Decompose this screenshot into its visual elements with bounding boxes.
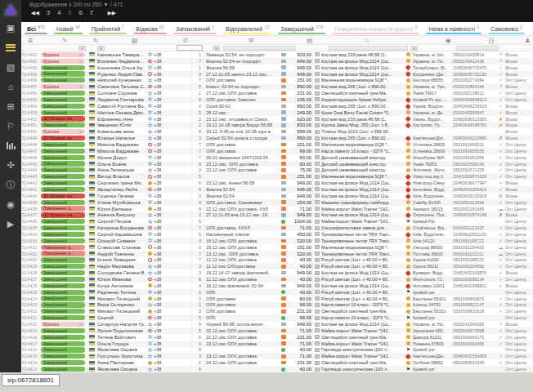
ttn-number[interactable]: 20450634220880 <box>453 135 496 141</box>
status-chip-cell[interactable]: Відмова <box>41 321 87 327</box>
product-name[interactable]: Платье Мод 1013 (1шт. х 599.00.. <box>321 128 404 135</box>
status-chip-cell[interactable]: Завершений <box>41 122 87 128</box>
order-comment[interactable]: 19.12 14-18 завтра Бордо 56-58 <box>204 122 279 128</box>
status-chip-cell[interactable]: Повернення (з.. <box>41 206 87 212</box>
table-row[interactable]: 514448 Завершений Микола Бадражан +38 7 … <box>21 141 533 148</box>
payment-column-icon[interactable]: ▤ <box>307 37 312 44</box>
order-comment[interactable]: ОЛХ доставка. ХХХЛ <box>204 225 279 231</box>
status-chip-cell[interactable]: Завершений <box>41 225 87 231</box>
dashboard-icon[interactable]: ▣ <box>0 18 21 38</box>
orders-icon[interactable] <box>0 38 21 57</box>
phone-number[interactable]: +38 <box>154 244 168 251</box>
phone-number[interactable]: +38 <box>154 270 168 276</box>
client-name[interactable]: Яковлева Оксана <box>97 347 146 354</box>
ttn-number[interactable]: 20450632551120 <box>453 231 496 238</box>
product-name[interactable]: Рисуй светом (1шт. х 40.00 = 80.. <box>321 263 404 270</box>
ttn-number[interactable]: 0501692274384 <box>453 77 496 83</box>
order-comment[interactable]: 15.12. 9:45 не отв, 10:39 горе в.. <box>204 128 279 135</box>
phone-number[interactable]: +38 <box>154 193 168 199</box>
phone-number[interactable]: +38 <box>154 109 168 116</box>
product-name[interactable]: Костюм мод.265 (1шт. х 890.00 .. <box>321 135 404 141</box>
ttn-number[interactable]: 20450636715475 <box>453 65 496 71</box>
phone-number[interactable]: +38 <box>154 186 168 193</box>
table-row[interactable]: 514420 Відмова Ситарчук Наталія Гр.. ✲ +… <box>21 321 533 327</box>
order-comment[interactable]: 23.12 смс ОЛХ доставка <box>204 341 279 347</box>
order-comment[interactable]: 09.01 звернення 10471203 04.. <box>204 154 279 161</box>
table-row[interactable]: 514442 Завершений Сергієнко Ірина Ми.. і… <box>21 180 533 186</box>
status-chip-cell[interactable]: Завершений <box>41 77 87 83</box>
phone-number[interactable]: +38 <box>154 173 168 180</box>
table-row[interactable]: 514437 ДО Возврат ож.. Анжела Безушку ✲ … <box>21 212 533 218</box>
client-name[interactable]: Николай Кучеренко <box>97 77 146 83</box>
table-row[interactable]: 514446 Завершений Ирина Дидух ✲ +38 7 09… <box>21 154 533 161</box>
info-icon[interactable]: ⓘ <box>0 175 21 194</box>
phone-number[interactable]: +38 <box>154 135 168 141</box>
ttn-number[interactable]: 0501691598240 <box>453 161 496 167</box>
phone-number[interactable]: +38 <box>154 231 168 238</box>
phone-number[interactable]: +38 <box>154 341 168 347</box>
client-name[interactable]: Руденко Лидия Пав.. <box>97 71 146 78</box>
table-row[interactable]: 514414 Завершений Анна Пастернак і +38 1… <box>21 359 533 366</box>
product-name[interactable]: Майка-корсет Waist Trainer *142.. <box>321 206 404 212</box>
table-row[interactable]: 514459 Завершений Руденко Лидия Пав.. +3… <box>21 71 533 78</box>
client-name[interactable]: Власюк Наталья <box>97 135 146 141</box>
ttn-number[interactable]: 0501690666170 <box>453 334 496 341</box>
client-name[interactable]: Анжела Безушку <box>97 212 146 218</box>
order-comment[interactable]: 16.12 смс фіалковий, 52-54 <box>204 283 279 289</box>
ttn-number[interactable]: 20400309838613 <box>453 96 496 103</box>
phone-number[interactable]: +38 <box>154 314 168 321</box>
order-comment[interactable]: ОЛХ доставка <box>204 296 279 302</box>
status-chip-cell[interactable]: Завершений <box>41 359 87 366</box>
client-name[interactable]: Ситарчук Наталія Гр.. <box>97 321 146 327</box>
order-comment[interactable]: 23.12 смс. отправка от Сокол.. <box>204 116 279 122</box>
status-chip-cell[interactable]: Завершений <box>41 180 87 186</box>
order-comment[interactable]: 27.12 11-05 занято 23.12 смс. .. <box>204 71 279 78</box>
client-name[interactable]: Самотій Руслана Во.. <box>97 103 146 109</box>
phone-number[interactable]: +38 <box>154 308 168 314</box>
status-chip-cell[interactable]: Відмова <box>41 58 87 65</box>
product-name[interactable]: Костюм на флисе Мод.1014 (1ш.. <box>321 212 404 218</box>
status-chip-cell[interactable]: Завершений <box>41 167 87 173</box>
status-chip-cell[interactable]: Повернення (з.. <box>41 244 87 251</box>
client-name[interactable]: Михаил Гилецький <box>97 296 146 302</box>
status-chip-cell[interactable]: Завершений <box>41 263 87 270</box>
ttn-number[interactable] <box>453 218 496 225</box>
client-name[interactable]: Каневська Тамара .. <box>97 51 146 58</box>
ttn-number[interactable]: 20450631998822 <box>453 283 496 289</box>
client-name[interactable]: Анна Липенська <box>97 167 146 173</box>
client-name[interactable]: Радченко Тетяна <box>97 289 146 296</box>
status-chip-cell[interactable]: Завершений <box>41 71 87 78</box>
ttn-number[interactable]: 0501690672838 <box>453 327 496 334</box>
order-comment[interactable]: Сірий,60-62 <box>204 103 279 109</box>
product-name[interactable]: Куртка Замш Мод. 250 (1шт. х 8.. <box>321 122 404 128</box>
client-name[interactable]: Михаил Гилецький <box>97 308 146 314</box>
table-row[interactable]: 514439 Завершений Уляна Мусійовська ✲ +3… <box>21 199 533 206</box>
client-name[interactable]: Юлия Иванова <box>97 276 146 283</box>
flag-filter-dropdown[interactable]: ▾ <box>97 46 105 51</box>
order-comment[interactable]: 11.12 смс ОЛХдоставка <box>204 263 279 270</box>
phone-number[interactable]: +38 <box>154 283 168 289</box>
status-chip-cell[interactable]: Завершений <box>41 296 87 302</box>
ttn-number[interactable]: 0503242599847 <box>453 109 496 116</box>
table-row[interactable]: 514427 Завершений Юлия Иванова +38 8 12.… <box>21 276 533 283</box>
ttn-number[interactable]: 0501691666521 <box>453 141 496 148</box>
ttn-number[interactable]: 0501690840870 <box>453 296 496 302</box>
phone-number[interactable]: +38 <box>154 251 168 257</box>
order-comment[interactable]: 22.12 смс ОЛХ доставка <box>204 327 279 334</box>
status-chip-cell[interactable]: Завершений <box>41 257 87 264</box>
status-chip-cell[interactable]: Завершений <box>41 366 87 372</box>
status-chip-cell[interactable]: Відмова <box>41 83 87 90</box>
phone-number[interactable]: +38 <box>154 225 168 231</box>
order-comment[interactable]: Фиалка 52-54 <box>204 186 279 193</box>
product-name[interactable]: Майка-корсет Waist Trainer *142.. <box>321 218 404 225</box>
ttn-number[interactable]: 0501691189722 <box>453 238 496 244</box>
table-row[interactable]: 514433 Завершений Олексій Семанін ✲ +38 … <box>21 238 533 244</box>
settings-icon[interactable]: ✣ <box>0 155 21 175</box>
order-comment[interactable]: 15.12 смс ОЛХ доставка <box>204 244 279 251</box>
product-name[interactable]: Тренировочные петли TRX Train.. <box>321 231 404 238</box>
order-comment[interactable] <box>204 173 279 180</box>
page-number-3[interactable]: 3 <box>47 9 50 16</box>
status-chip-cell[interactable]: Завершений <box>41 341 87 347</box>
table-row[interactable]: 514451 Завершений Іващенко Юлія ✲ +38 2 … <box>21 122 533 128</box>
product-name[interactable]: Костюм на флисе Мод.1014 (1ш.. <box>321 321 404 327</box>
